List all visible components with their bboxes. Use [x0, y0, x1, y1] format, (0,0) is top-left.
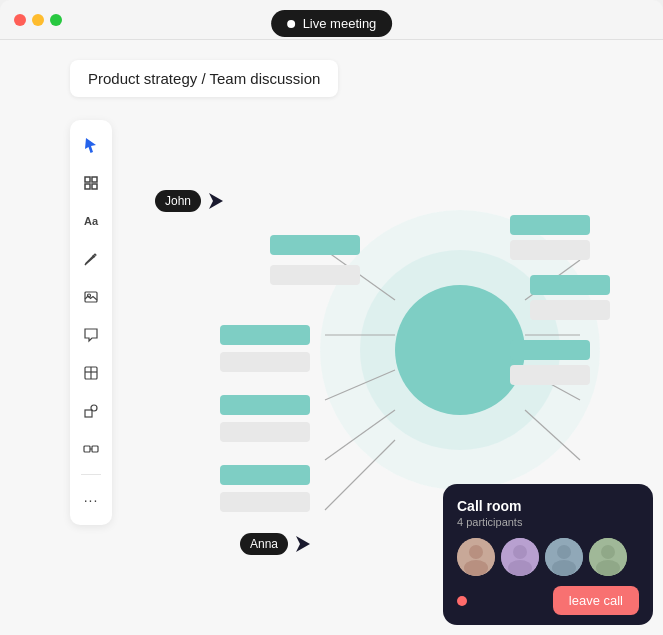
more-tools[interactable]: ···: [76, 485, 106, 515]
mindmap-node[interactable]: [530, 300, 610, 320]
live-meeting-label: Live meeting: [303, 16, 377, 31]
live-indicator: [287, 20, 295, 28]
participant-avatar: [545, 538, 583, 576]
call-avatars: [457, 538, 639, 576]
participant-avatar: [501, 538, 539, 576]
mindmap-node[interactable]: [270, 265, 360, 285]
svg-point-35: [557, 545, 571, 559]
toolbar: Aa: [70, 120, 112, 525]
mindmap-node[interactable]: [220, 352, 310, 372]
svg-point-33: [508, 560, 532, 576]
svg-point-16: [395, 285, 525, 415]
maximize-button[interactable]: [50, 14, 62, 26]
john-cursor: John: [155, 190, 225, 212]
mindmap-node[interactable]: [510, 240, 590, 260]
text-tool[interactable]: Aa: [76, 206, 106, 236]
mindmap-node[interactable]: [270, 235, 360, 255]
mindmap-node[interactable]: [220, 422, 310, 442]
anna-cursor: Anna: [240, 533, 312, 555]
participant-avatar: [589, 538, 627, 576]
call-room-bottom: leave call: [457, 586, 639, 615]
frame-tool[interactable]: [76, 168, 106, 198]
participant-avatar: [457, 538, 495, 576]
comment-tool[interactable]: [76, 320, 106, 350]
close-button[interactable]: [14, 14, 26, 26]
call-room-panel: Call room 4 participants: [443, 484, 653, 625]
svg-rect-9: [85, 410, 92, 417]
mindmap-node[interactable]: [510, 340, 590, 360]
document-title[interactable]: Product strategy / Team discussion: [70, 60, 338, 97]
mindmap-node[interactable]: [220, 465, 310, 485]
svg-rect-0: [85, 177, 90, 182]
mindmap-node[interactable]: [510, 365, 590, 385]
svg-point-29: [469, 545, 483, 559]
svg-rect-2: [85, 184, 90, 189]
mindmap-node[interactable]: [220, 492, 310, 512]
mindmap-node[interactable]: [510, 215, 590, 235]
main-canvas: Product strategy / Team discussion Aa: [0, 40, 663, 635]
svg-point-38: [601, 545, 615, 559]
select-tool[interactable]: [76, 130, 106, 160]
component-tool[interactable]: [76, 434, 106, 464]
table-tool[interactable]: [76, 358, 106, 388]
john-label: John: [155, 190, 201, 212]
svg-point-10: [91, 405, 97, 411]
svg-rect-1: [92, 177, 97, 182]
call-room-title: Call room: [457, 498, 639, 514]
call-room-subtitle: 4 participants: [457, 516, 639, 528]
leave-call-button[interactable]: leave call: [553, 586, 639, 615]
live-meeting-badge[interactable]: Live meeting: [271, 10, 393, 37]
svg-point-30: [464, 560, 488, 576]
svg-marker-26: [209, 193, 223, 209]
traffic-lights: [14, 14, 62, 26]
image-tool[interactable]: [76, 282, 106, 312]
mindmap-node[interactable]: [220, 395, 310, 415]
svg-rect-12: [92, 446, 98, 452]
mindmap-node[interactable]: [220, 325, 310, 345]
shape-tool[interactable]: [76, 396, 106, 426]
toolbar-divider: [81, 474, 101, 475]
svg-rect-11: [84, 446, 90, 452]
anna-label: Anna: [240, 533, 288, 555]
call-status-dot: [457, 596, 467, 606]
svg-line-21: [325, 440, 395, 510]
anna-cursor-arrow: [292, 534, 312, 554]
pen-tool[interactable]: [76, 244, 106, 274]
svg-point-36: [552, 560, 576, 576]
john-cursor-arrow: [205, 191, 225, 211]
svg-rect-3: [92, 184, 97, 189]
svg-point-39: [596, 560, 620, 576]
svg-marker-27: [296, 536, 310, 552]
svg-point-32: [513, 545, 527, 559]
minimize-button[interactable]: [32, 14, 44, 26]
mindmap-node[interactable]: [530, 275, 610, 295]
